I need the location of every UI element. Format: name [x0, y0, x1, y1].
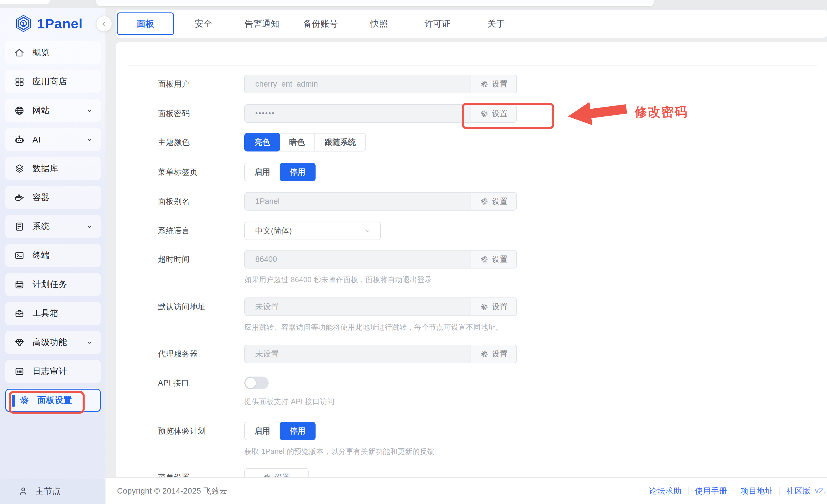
toolbox-icon	[14, 308, 25, 319]
field-label: 面板密码	[158, 104, 242, 123]
proxy-server-settings-button[interactable]: 设置	[471, 345, 516, 363]
theme-dark-option[interactable]: 暗色	[280, 134, 315, 151]
1panel-app: 1 1Panel 概览 应用商店 网站	[0, 0, 827, 504]
timeout-value: 86400	[245, 251, 471, 268]
menu-tabs-disable-option[interactable]: 停用	[280, 163, 315, 181]
panel-settings-form: 面板用户 cherry_ent_admin 设置 面板密码 ••••••	[116, 42, 827, 504]
layers-icon	[14, 163, 25, 174]
panel-password-field: •••••• 设置	[244, 104, 517, 123]
field-label: 默认访问地址	[158, 298, 242, 316]
sidebar-item-label: 日志审计	[33, 365, 67, 377]
default-access-address-settings-button[interactable]: 设置	[471, 298, 516, 315]
field-label: API 接口	[158, 376, 242, 389]
sidebar-item-ai[interactable]: AI	[5, 128, 101, 151]
sidebar-item-terminal[interactable]: 终端	[5, 244, 101, 267]
default-access-address-value: 未设置	[245, 298, 471, 315]
chevron-down-icon	[364, 227, 372, 235]
panel-password-settings-button[interactable]: 设置	[471, 105, 516, 122]
theme-light-option[interactable]: 亮色	[244, 133, 280, 151]
sidebar-item-website[interactable]: 网站	[5, 99, 101, 122]
gear-icon	[480, 80, 489, 88]
log-list-icon	[14, 366, 25, 377]
server-icon	[14, 221, 25, 232]
system-language-value: 中文(简体)	[255, 225, 292, 236]
timeout-settings-button[interactable]: 设置	[471, 251, 516, 268]
sidebar-item-advanced[interactable]: 高级功能	[5, 331, 101, 354]
sidebar: 1 1Panel 概览 应用商店 网站	[0, 8, 105, 504]
preview-disable-option[interactable]: 停用	[280, 422, 315, 440]
divider	[688, 487, 688, 495]
calendar-icon	[14, 279, 25, 290]
field-label: 面板别名	[158, 192, 242, 211]
version-text: v2.	[815, 486, 825, 495]
gear-icon	[480, 109, 489, 118]
node-label: 主节点	[35, 486, 60, 497]
panel-user-value: cherry_ent_admin	[245, 75, 471, 93]
sidebar-item-cron[interactable]: 计划任务	[5, 273, 101, 296]
footer-link-forum[interactable]: 论坛求助	[649, 486, 682, 496]
footer-link-project[interactable]: 项目地址	[741, 486, 773, 496]
footer-link-manual[interactable]: 使用手册	[695, 486, 727, 496]
sidebar-item-label: 容器	[33, 192, 50, 203]
panel-alias-field: 1Panel 设置	[244, 192, 517, 211]
field-label: 菜单标签页	[158, 163, 242, 181]
field-label: 超时时间	[158, 250, 242, 268]
sidebar-menu: 概览 应用商店 网站 AI	[5, 41, 101, 412]
theme-follow-system-option[interactable]: 跟随系统	[315, 134, 366, 151]
sidebar-collapse-button[interactable]	[96, 16, 112, 32]
sidebar-item-label: 面板设置	[37, 395, 72, 406]
node-selector[interactable]: 主节点	[0, 478, 105, 504]
tab-security[interactable]: 安全	[174, 18, 233, 30]
svg-text:1: 1	[22, 20, 25, 27]
tab-panel[interactable]: 面板	[117, 12, 174, 35]
sidebar-item-label: 数据库	[33, 163, 58, 174]
sidebar-item-log-audit[interactable]: 日志审计	[5, 360, 101, 383]
preview-enable-option[interactable]: 启用	[245, 422, 280, 440]
preview-program-hint: 获取 1Panel 的预览版本，以分享有关新功能和更新的反馈	[244, 447, 435, 456]
active-indicator	[12, 395, 15, 407]
chevron-down-icon	[86, 223, 93, 230]
tab-alert-notifications[interactable]: 告警通知	[233, 18, 291, 30]
tab-about[interactable]: 关于	[467, 18, 525, 30]
divider	[734, 487, 734, 495]
chevron-down-icon	[86, 339, 93, 346]
brand-logo[interactable]: 1 1Panel	[14, 14, 83, 33]
api-interface-toggle[interactable]	[244, 376, 269, 389]
field-label: 系统语言	[158, 221, 242, 240]
sidebar-item-label: 计划任务	[33, 279, 67, 290]
gem-icon	[14, 337, 25, 348]
menu-tabs-enable-option[interactable]: 启用	[245, 163, 280, 181]
tab-snapshots[interactable]: 快照	[350, 18, 408, 30]
sidebar-item-label: 系统	[33, 221, 50, 232]
chevron-down-icon	[86, 107, 93, 114]
divider	[779, 487, 780, 495]
system-language-select[interactable]: 中文(简体)	[244, 221, 381, 240]
sidebar-item-overview[interactable]: 概览	[5, 41, 101, 64]
app-store-icon	[14, 76, 25, 87]
tab-license[interactable]: 许可证	[408, 18, 467, 30]
field-label: 代理服务器	[158, 345, 242, 363]
home-icon	[14, 47, 25, 58]
panel-alias-settings-button[interactable]: 设置	[471, 193, 516, 210]
sidebar-item-toolbox[interactable]: 工具箱	[5, 302, 101, 325]
sidebar-item-database[interactable]: 数据库	[5, 157, 101, 180]
copyright-text: Copyright © 2014-2025 飞致云	[117, 486, 228, 496]
footer: Copyright © 2014-2025 飞致云 论坛求助 使用手册 项目地址…	[105, 477, 827, 504]
sidebar-item-panel-settings[interactable]: 面板设置	[5, 389, 101, 412]
panel-user-field: cherry_ent_admin 设置	[244, 75, 517, 93]
panel-user-settings-button[interactable]: 设置	[471, 75, 516, 93]
field-label: 面板用户	[158, 75, 242, 93]
api-interface-hint: 提供面板支持 API 接口访问	[244, 397, 335, 406]
gear-icon	[480, 350, 489, 358]
field-label: 主题颜色	[158, 133, 242, 151]
tab-backup-accounts[interactable]: 备份账号	[291, 18, 350, 30]
sidebar-item-label: 概览	[33, 47, 50, 58]
sidebar-item-system[interactable]: 系统	[5, 215, 101, 238]
settings-button-label: 设置	[492, 302, 508, 312]
sidebar-item-container[interactable]: 容器	[5, 186, 101, 209]
window-fragment-main	[96, 0, 654, 6]
sidebar-item-app-store[interactable]: 应用商店	[5, 70, 101, 93]
field-label: 预览体验计划	[158, 422, 242, 440]
footer-link-edition[interactable]: 社区版	[786, 486, 811, 496]
sidebar-item-label: 高级功能	[33, 337, 67, 348]
